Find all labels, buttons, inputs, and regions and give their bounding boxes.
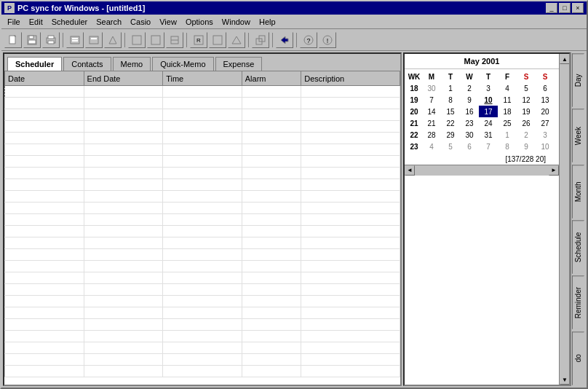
table-cell[interactable] <box>301 319 400 331</box>
table-cell[interactable] <box>301 168 400 179</box>
table-cell[interactable] <box>242 214 301 226</box>
table-cell[interactable] <box>242 86 301 98</box>
day-7b[interactable]: 7 <box>479 141 498 152</box>
table-cell[interactable] <box>301 109 400 121</box>
table-row[interactable] <box>5 354 400 366</box>
table-cell[interactable] <box>5 156 84 168</box>
tab-scheduler[interactable]: Scheduler <box>7 57 62 71</box>
hscroll-right[interactable]: ► <box>549 165 559 176</box>
table-cell[interactable] <box>301 261 400 272</box>
table-cell[interactable] <box>84 191 163 203</box>
table-cell[interactable] <box>5 214 84 226</box>
table-cell[interactable] <box>5 307 84 319</box>
table-cell[interactable] <box>301 354 400 366</box>
day-9[interactable]: 9 <box>460 94 479 106</box>
day-1[interactable]: 1 <box>441 82 460 94</box>
table-cell[interactable] <box>5 168 84 179</box>
table-row[interactable] <box>5 272 400 284</box>
btn-5[interactable] <box>85 32 103 48</box>
table-cell[interactable] <box>5 342 84 354</box>
table-cell[interactable] <box>163 168 242 179</box>
table-row[interactable] <box>5 307 400 319</box>
table-cell[interactable] <box>301 284 400 296</box>
btn-8[interactable] <box>147 32 164 48</box>
table-cell[interactable] <box>84 133 163 144</box>
table-cell[interactable] <box>163 272 242 284</box>
table-cell[interactable] <box>242 121 301 133</box>
new-btn[interactable] <box>4 32 22 48</box>
table-cell[interactable] <box>163 249 242 261</box>
table-cell[interactable] <box>163 191 242 203</box>
table-cell[interactable] <box>242 156 301 168</box>
day-13[interactable]: 13 <box>536 94 555 106</box>
tab-expense[interactable]: Expense <box>215 57 263 71</box>
day-20[interactable]: 20 <box>536 106 555 117</box>
scroll-up-btn[interactable]: ▲ <box>560 54 570 64</box>
table-row[interactable] <box>5 331 400 342</box>
table-row[interactable] <box>5 261 400 272</box>
day-4b[interactable]: 4 <box>422 141 441 152</box>
vtab-week[interactable]: Week <box>572 109 584 162</box>
day-4[interactable]: 4 <box>498 82 517 94</box>
tab-contacts[interactable]: Contacts <box>63 57 111 71</box>
day-3[interactable]: 3 <box>479 82 498 94</box>
btn-10[interactable]: R <box>190 32 207 48</box>
day-5[interactable]: 5 <box>517 82 536 94</box>
btn-15[interactable]: ! <box>319 32 336 48</box>
table-cell[interactable] <box>84 249 163 261</box>
table-row[interactable] <box>5 109 400 121</box>
day-5b[interactable]: 5 <box>441 141 460 152</box>
table-cell[interactable] <box>301 272 400 284</box>
table-row[interactable] <box>5 98 400 109</box>
table-cell[interactable] <box>301 121 400 133</box>
table-row[interactable] <box>5 237 400 249</box>
day-7[interactable]: 7 <box>422 94 441 106</box>
table-cell[interactable] <box>84 319 163 331</box>
table-cell[interactable] <box>163 342 242 354</box>
table-cell[interactable] <box>163 284 242 296</box>
table-row[interactable] <box>5 191 400 203</box>
maximize-btn[interactable]: □ <box>559 3 571 13</box>
day-30[interactable]: 30 <box>422 82 441 94</box>
table-cell[interactable] <box>5 144 84 156</box>
table-row[interactable] <box>5 366 400 377</box>
day-11[interactable]: 11 <box>498 94 517 106</box>
table-cell[interactable] <box>5 191 84 203</box>
table-cell[interactable] <box>5 121 84 133</box>
day-24[interactable]: 24 <box>479 117 498 129</box>
table-row[interactable] <box>5 144 400 156</box>
table-cell[interactable] <box>301 296 400 307</box>
menu-file[interactable]: File <box>3 16 25 28</box>
table-row[interactable] <box>5 226 400 237</box>
table-cell[interactable] <box>242 331 301 342</box>
table-cell[interactable] <box>301 237 400 249</box>
table-cell[interactable] <box>163 109 242 121</box>
table-cell[interactable] <box>5 226 84 237</box>
menu-options[interactable]: Options <box>181 16 218 28</box>
table-cell[interactable] <box>301 144 400 156</box>
day-26[interactable]: 26 <box>517 117 536 129</box>
table-cell[interactable] <box>5 203 84 214</box>
table-cell[interactable] <box>5 133 84 144</box>
btn-12[interactable] <box>228 32 245 48</box>
table-cell[interactable] <box>84 98 163 109</box>
table-cell[interactable] <box>163 331 242 342</box>
table-cell[interactable] <box>163 261 242 272</box>
table-cell[interactable] <box>163 179 242 191</box>
vtab-reminder[interactable]: Reminder <box>572 275 584 329</box>
table-cell[interactable] <box>84 307 163 319</box>
table-cell[interactable] <box>242 261 301 272</box>
menu-help[interactable]: Help <box>255 16 280 28</box>
table-row[interactable] <box>5 156 400 168</box>
table-cell[interactable] <box>242 296 301 307</box>
table-cell[interactable] <box>301 226 400 237</box>
btn-6[interactable] <box>104 32 122 48</box>
table-cell[interactable] <box>242 249 301 261</box>
table-cell[interactable] <box>242 191 301 203</box>
day-31[interactable]: 31 <box>479 129 498 141</box>
table-cell[interactable] <box>5 249 84 261</box>
tab-quickmemo[interactable]: Quick-Memo <box>152 57 213 71</box>
print-btn[interactable] <box>42 32 60 48</box>
table-cell[interactable] <box>84 296 163 307</box>
day-25[interactable]: 25 <box>498 117 517 129</box>
